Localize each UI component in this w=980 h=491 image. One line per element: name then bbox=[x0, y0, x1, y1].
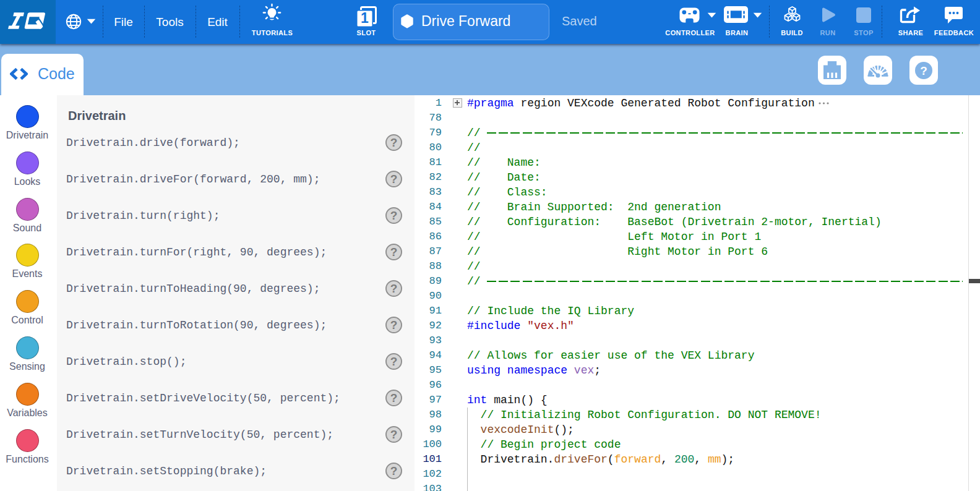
svg-text:?: ? bbox=[920, 64, 927, 77]
svg-text:1: 1 bbox=[361, 10, 369, 26]
